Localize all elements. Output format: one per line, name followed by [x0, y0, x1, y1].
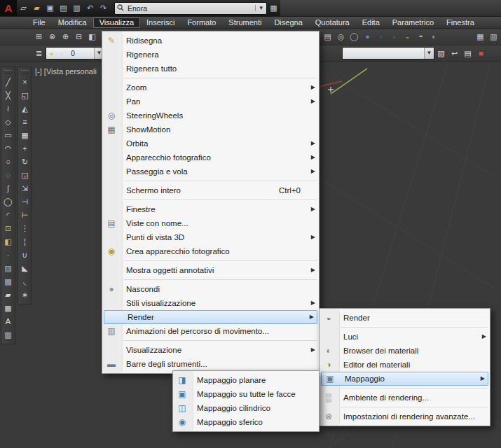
make-layer-current-icon[interactable]: ▧ — [435, 48, 447, 59]
menu-item-mappaggio-sferico[interactable]: ◉Mappaggio sferico — [173, 415, 319, 429]
menubar-item-quotatura[interactable]: Quotatura — [309, 18, 356, 28]
menu-item-pan[interactable]: Pan▶ — [102, 94, 319, 108]
copy-icon[interactable]: ◱ — [19, 89, 32, 102]
explode-icon[interactable]: ∗ — [19, 288, 32, 302]
menu-item-stili-visualizzazione[interactable]: Stili visualizzazione▶ — [102, 296, 319, 310]
ellipse-icon[interactable]: ◯ — [2, 195, 15, 209]
layer-on-bulb-icon[interactable]: ● — [50, 50, 53, 57]
menu-item-luci[interactable]: Luci▶ — [320, 330, 490, 344]
chamfer-icon[interactable]: ◣ — [19, 262, 32, 275]
menu-item-ambiente-di-rendering[interactable]: ▒Ambiente di rendering... — [320, 391, 490, 405]
menu-item-rigenera[interactable]: Rigenera — [102, 48, 319, 62]
layer-previous-icon[interactable]: ↩ — [448, 48, 460, 59]
toolbar-grip-handle[interactable] — [21, 70, 29, 74]
scale-icon[interactable]: ◲ — [19, 169, 32, 182]
block-editor-icon[interactable]: ◧ — [86, 31, 98, 43]
ellipse-arc-icon[interactable]: ◜ — [2, 209, 15, 222]
chevron-down-icon[interactable]: ▼ — [424, 48, 434, 59]
menu-item-visualizzazione[interactable]: Visualizzazione▶ — [102, 343, 319, 357]
hatch-icon[interactable]: ▨ — [2, 262, 15, 275]
toolbar-grip-handle[interactable] — [4, 70, 12, 74]
menubar-item-modifica[interactable]: Modifica — [52, 18, 93, 28]
infocenter-grid-icon[interactable]: ▦ — [268, 2, 280, 14]
circle-icon[interactable]: ○ — [2, 155, 15, 169]
menubar-item-formato[interactable]: Formato — [181, 18, 222, 28]
point-icon[interactable]: ∙ — [2, 248, 15, 262]
viewport-controls-label[interactable]: [-] [Vista personali — [35, 67, 97, 76]
lights-icon[interactable]: ◓ — [415, 31, 427, 43]
menu-item-viste-con-nome[interactable]: ▤Viste con nome... — [102, 216, 319, 230]
menu-item-steeringwheels[interactable]: ◎SteeringWheels — [102, 108, 319, 122]
menu-item-render[interactable]: Render▶ — [104, 310, 317, 324]
erase-icon[interactable]: × — [19, 76, 32, 89]
arc-icon[interactable]: ◠ — [2, 142, 15, 155]
layer-states-icon[interactable]: ▤ — [462, 48, 474, 59]
copy-clip-icon[interactable]: ⊕ — [60, 31, 71, 43]
layer-freeze-icon[interactable]: ○ — [55, 50, 58, 57]
markup-set-icon[interactable]: ▥ — [488, 31, 500, 43]
visual-style-sphere-icon[interactable]: ● — [362, 31, 373, 43]
menubar-item-finestra[interactable]: Finestra — [440, 18, 481, 28]
match-properties-icon[interactable]: ⊞ — [33, 31, 45, 43]
menu-item-animazioni-del-percorso-di-movimento[interactable]: ▥Animazioni del percorso di movimento... — [102, 324, 319, 338]
create-block-icon[interactable]: ◧ — [2, 235, 15, 248]
extend-icon[interactable]: ⊢ — [19, 209, 32, 222]
join-icon[interactable]: ∪ — [19, 248, 32, 262]
menu-item-showmotion[interactable]: ▦ShowMotion — [102, 122, 319, 136]
mirror-icon[interactable]: ◭ — [19, 102, 32, 115]
menu-item-rigenera-tutto[interactable]: Rigenera tutto — [102, 62, 319, 76]
array-icon[interactable]: ▦ — [19, 129, 32, 142]
offset-icon[interactable]: ≡ — [19, 115, 32, 129]
menubar-item-strumenti[interactable]: Strumenti — [222, 18, 268, 28]
menu-item-nascondi[interactable]: ●Nascondi — [102, 282, 319, 296]
menubar-item-visualizza[interactable]: Visualizza — [93, 18, 140, 28]
redo-icon[interactable]: ↷ — [97, 2, 109, 14]
menu-item-mostra-oggetti-annotativi[interactable]: Mostra oggetti annotativi▶ — [102, 263, 319, 277]
fillet-icon[interactable]: ◟ — [19, 275, 32, 288]
open-folder-icon[interactable]: ▰ — [31, 2, 43, 14]
menu-item-barre-degli-strumenti[interactable]: ▬Barre degli strumenti... — [102, 357, 319, 371]
layer-properties-icon[interactable]: ≣ — [33, 48, 45, 59]
workspace-search-combo[interactable]: Enora ▼ — [114, 2, 267, 15]
plot-icon[interactable]: ▤ — [57, 2, 69, 14]
break-icon[interactable]: ¦ — [19, 235, 32, 248]
menubar-item-parametrico[interactable]: Parametrico — [386, 18, 440, 28]
trim-icon[interactable]: ⊣ — [19, 195, 32, 209]
plot-preview-icon[interactable]: ▥ — [71, 2, 83, 14]
menu-item-browser-dei-materiali[interactable]: ◐Browser dei materiali — [320, 344, 490, 358]
wireframe-sphere-icon[interactable]: ◯ — [348, 31, 360, 43]
revision-cloud-icon[interactable]: ◌ — [2, 169, 15, 182]
undo-icon[interactable]: ↶ — [84, 2, 96, 14]
realistic-sphere-icon[interactable]: ● — [375, 31, 387, 43]
save-icon[interactable]: ▣ — [44, 2, 56, 14]
menu-item-mappaggio[interactable]: ▣Mappaggio▶ — [321, 372, 488, 386]
materials-icon[interactable]: ◐ — [428, 31, 440, 43]
new-file-icon[interactable]: ▱ — [18, 2, 29, 14]
sheet-set-manager-icon[interactable]: ▦ — [474, 31, 486, 43]
move-icon[interactable]: + — [19, 142, 32, 155]
break-at-point-icon[interactable]: ⋮ — [19, 222, 32, 235]
polyline-icon[interactable]: ≀ — [2, 102, 15, 115]
multiline-text-icon[interactable]: A — [2, 315, 15, 328]
gradient-icon[interactable]: ▩ — [2, 275, 15, 288]
menubar-item-file[interactable]: File — [27, 18, 52, 28]
conceptual-sphere-icon[interactable]: ◕ — [388, 31, 400, 43]
menu-item-passeggia-e-vola[interactable]: Passeggia e vola▶ — [102, 164, 319, 178]
polygon-icon[interactable]: ◇ — [2, 115, 15, 129]
named-views-icon[interactable]: ▤ — [322, 31, 334, 43]
cut-clip-icon[interactable]: ⊗ — [46, 31, 58, 43]
rotate-icon[interactable]: ↻ — [19, 155, 32, 169]
menu-item-punti-di-vista-3d[interactable]: Punti di vista 3D▶ — [102, 230, 319, 244]
rectangle-icon[interactable]: ▭ — [2, 129, 15, 142]
render-teapot-icon[interactable]: ◒ — [402, 31, 413, 43]
menu-item-mappaggio-cilindrico[interactable]: ◫Mappaggio cilindrico — [173, 401, 319, 415]
menu-item-crea-apparecchio-fotografico[interactable]: ◉Crea apparecchio fotografico — [102, 244, 319, 258]
menu-item-ridisegna[interactable]: ✎Ridisegna — [102, 34, 319, 48]
insert-block-icon[interactable]: ⊡ — [2, 222, 15, 235]
spline-icon[interactable]: ∫ — [2, 182, 15, 195]
menu-item-orbita[interactable]: Orbita▶ — [102, 136, 319, 150]
menu-item-render[interactable]: ◒Render — [320, 311, 490, 325]
menu-item-finestre[interactable]: Finestre▶ — [102, 202, 319, 216]
layer-lock-icon[interactable]: ▫ — [60, 50, 62, 57]
menubar-item-disegna[interactable]: Disegna — [268, 18, 308, 28]
